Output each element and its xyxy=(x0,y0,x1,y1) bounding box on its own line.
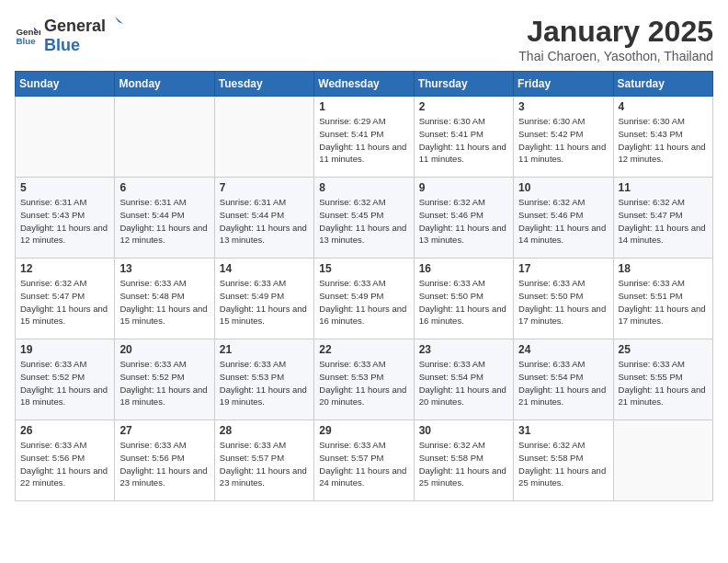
calendar-cell: 18Sunrise: 6:33 AMSunset: 5:51 PMDayligh… xyxy=(613,259,712,339)
day-number: 22 xyxy=(319,343,408,356)
day-number: 23 xyxy=(419,343,508,356)
calendar-cell: 8Sunrise: 6:32 AMSunset: 5:45 PMDaylight… xyxy=(314,178,414,259)
day-info: Sunrise: 6:32 AMSunset: 5:46 PMDaylight:… xyxy=(419,196,508,247)
calendar-cell: 29Sunrise: 6:33 AMSunset: 5:57 PMDayligh… xyxy=(314,420,414,501)
calendar-cell: 13Sunrise: 6:33 AMSunset: 5:48 PMDayligh… xyxy=(115,259,214,339)
calendar-cell: 25Sunrise: 6:33 AMSunset: 5:55 PMDayligh… xyxy=(613,339,712,420)
calendar-cell: 17Sunrise: 6:33 AMSunset: 5:50 PMDayligh… xyxy=(514,259,613,339)
day-number: 4 xyxy=(619,100,708,113)
day-number: 18 xyxy=(619,262,708,275)
calendar-cell: 2Sunrise: 6:30 AMSunset: 5:41 PMDaylight… xyxy=(414,97,513,178)
day-info: Sunrise: 6:32 AMSunset: 5:46 PMDaylight:… xyxy=(518,196,608,247)
weekday-header-thursday: Thursday xyxy=(414,72,513,97)
day-info: Sunrise: 6:29 AMSunset: 5:41 PMDaylight:… xyxy=(319,115,408,166)
calendar-cell: 26Sunrise: 6:33 AMSunset: 5:56 PMDayligh… xyxy=(16,420,115,501)
calendar-cell: 15Sunrise: 6:33 AMSunset: 5:49 PMDayligh… xyxy=(314,259,414,339)
day-info: Sunrise: 6:32 AMSunset: 5:47 PMDaylight:… xyxy=(20,277,109,327)
calendar-cell: 6Sunrise: 6:31 AMSunset: 5:44 PMDaylight… xyxy=(115,178,214,259)
day-info: Sunrise: 6:33 AMSunset: 5:55 PMDaylight:… xyxy=(619,358,708,408)
svg-text:Blue: Blue xyxy=(16,36,36,46)
calendar-cell: 22Sunrise: 6:33 AMSunset: 5:53 PMDayligh… xyxy=(314,339,414,420)
day-number: 31 xyxy=(518,424,608,437)
weekday-header-tuesday: Tuesday xyxy=(214,72,313,97)
day-info: Sunrise: 6:33 AMSunset: 5:56 PMDaylight:… xyxy=(20,439,109,489)
day-number: 7 xyxy=(220,181,309,194)
day-info: Sunrise: 6:32 AMSunset: 5:45 PMDaylight:… xyxy=(319,196,408,247)
day-number: 27 xyxy=(119,424,209,437)
day-number: 21 xyxy=(220,343,309,356)
calendar-cell: 12Sunrise: 6:32 AMSunset: 5:47 PMDayligh… xyxy=(16,259,115,339)
day-number: 25 xyxy=(619,343,708,356)
calendar-cell: 3Sunrise: 6:30 AMSunset: 5:42 PMDaylight… xyxy=(514,97,613,178)
logo-bird-icon xyxy=(107,15,123,31)
day-number: 13 xyxy=(119,262,209,275)
day-info: Sunrise: 6:33 AMSunset: 5:52 PMDaylight:… xyxy=(20,358,109,408)
day-info: Sunrise: 6:32 AMSunset: 5:58 PMDaylight:… xyxy=(518,439,608,489)
header: General Blue General Blue January 2025 T… xyxy=(15,15,713,63)
day-number: 14 xyxy=(220,262,309,275)
day-number: 26 xyxy=(20,424,109,437)
weekday-header-monday: Monday xyxy=(115,72,214,97)
day-info: Sunrise: 6:33 AMSunset: 5:51 PMDaylight:… xyxy=(619,277,708,327)
day-number: 6 xyxy=(119,181,209,194)
day-number: 15 xyxy=(319,262,408,275)
calendar-cell: 11Sunrise: 6:32 AMSunset: 5:47 PMDayligh… xyxy=(613,178,712,259)
title-area: January 2025 Thai Charoen, Yasothon, Tha… xyxy=(518,15,713,63)
logo-icon: General Blue xyxy=(15,22,40,48)
day-number: 5 xyxy=(20,181,109,194)
calendar-cell: 27Sunrise: 6:33 AMSunset: 5:56 PMDayligh… xyxy=(115,420,214,501)
weekday-header-friday: Friday xyxy=(514,72,613,97)
day-number: 29 xyxy=(319,424,408,437)
day-info: Sunrise: 6:33 AMSunset: 5:49 PMDaylight:… xyxy=(220,277,309,327)
day-number: 30 xyxy=(419,424,508,437)
day-info: Sunrise: 6:33 AMSunset: 5:48 PMDaylight:… xyxy=(119,277,209,327)
weekday-header-saturday: Saturday xyxy=(613,72,712,97)
calendar-cell: 9Sunrise: 6:32 AMSunset: 5:46 PMDaylight… xyxy=(414,178,513,259)
day-number: 1 xyxy=(319,100,408,113)
calendar-cell xyxy=(16,97,115,178)
calendar-cell: 23Sunrise: 6:33 AMSunset: 5:54 PMDayligh… xyxy=(414,339,513,420)
day-number: 9 xyxy=(419,181,508,194)
calendar-cell xyxy=(214,97,313,178)
calendar-cell: 14Sunrise: 6:33 AMSunset: 5:49 PMDayligh… xyxy=(214,259,313,339)
day-info: Sunrise: 6:33 AMSunset: 5:50 PMDaylight:… xyxy=(419,277,508,327)
day-info: Sunrise: 6:33 AMSunset: 5:52 PMDaylight:… xyxy=(119,358,209,408)
svg-marker-2 xyxy=(115,17,123,24)
calendar-cell: 28Sunrise: 6:33 AMSunset: 5:57 PMDayligh… xyxy=(214,420,313,501)
calendar-cell: 7Sunrise: 6:31 AMSunset: 5:44 PMDaylight… xyxy=(214,178,313,259)
calendar-cell: 16Sunrise: 6:33 AMSunset: 5:50 PMDayligh… xyxy=(414,259,513,339)
calendar-cell: 1Sunrise: 6:29 AMSunset: 5:41 PMDaylight… xyxy=(314,97,414,178)
day-info: Sunrise: 6:33 AMSunset: 5:54 PMDaylight:… xyxy=(518,358,608,408)
day-number: 2 xyxy=(419,100,508,113)
day-info: Sunrise: 6:33 AMSunset: 5:53 PMDaylight:… xyxy=(319,358,408,408)
day-info: Sunrise: 6:31 AMSunset: 5:44 PMDaylight:… xyxy=(119,196,209,247)
day-info: Sunrise: 6:31 AMSunset: 5:43 PMDaylight:… xyxy=(20,196,109,247)
calendar-cell: 21Sunrise: 6:33 AMSunset: 5:53 PMDayligh… xyxy=(214,339,313,420)
calendar-cell xyxy=(613,420,712,501)
day-number: 16 xyxy=(419,262,508,275)
calendar-cell xyxy=(115,97,214,178)
day-info: Sunrise: 6:33 AMSunset: 5:53 PMDaylight:… xyxy=(220,358,309,408)
calendar-table: SundayMondayTuesdayWednesdayThursdayFrid… xyxy=(15,71,713,501)
day-info: Sunrise: 6:30 AMSunset: 5:43 PMDaylight:… xyxy=(619,115,708,166)
day-info: Sunrise: 6:33 AMSunset: 5:57 PMDaylight:… xyxy=(319,439,408,489)
day-number: 8 xyxy=(319,181,408,194)
day-number: 20 xyxy=(119,343,209,356)
day-info: Sunrise: 6:33 AMSunset: 5:56 PMDaylight:… xyxy=(119,439,209,489)
logo-general: General xyxy=(44,17,106,36)
day-info: Sunrise: 6:30 AMSunset: 5:41 PMDaylight:… xyxy=(419,115,508,166)
weekday-header-sunday: Sunday xyxy=(16,72,115,97)
calendar-cell: 10Sunrise: 6:32 AMSunset: 5:46 PMDayligh… xyxy=(514,178,613,259)
day-number: 24 xyxy=(518,343,608,356)
day-info: Sunrise: 6:33 AMSunset: 5:57 PMDaylight:… xyxy=(220,439,309,489)
day-info: Sunrise: 6:31 AMSunset: 5:44 PMDaylight:… xyxy=(220,196,309,247)
day-info: Sunrise: 6:32 AMSunset: 5:58 PMDaylight:… xyxy=(419,439,508,489)
day-number: 12 xyxy=(20,262,109,275)
day-number: 17 xyxy=(518,262,608,275)
day-info: Sunrise: 6:32 AMSunset: 5:47 PMDaylight:… xyxy=(619,196,708,247)
calendar-cell: 4Sunrise: 6:30 AMSunset: 5:43 PMDaylight… xyxy=(613,97,712,178)
day-info: Sunrise: 6:33 AMSunset: 5:54 PMDaylight:… xyxy=(419,358,508,408)
calendar-cell: 24Sunrise: 6:33 AMSunset: 5:54 PMDayligh… xyxy=(514,339,613,420)
day-number: 19 xyxy=(20,343,109,356)
weekday-header-wednesday: Wednesday xyxy=(314,72,414,97)
